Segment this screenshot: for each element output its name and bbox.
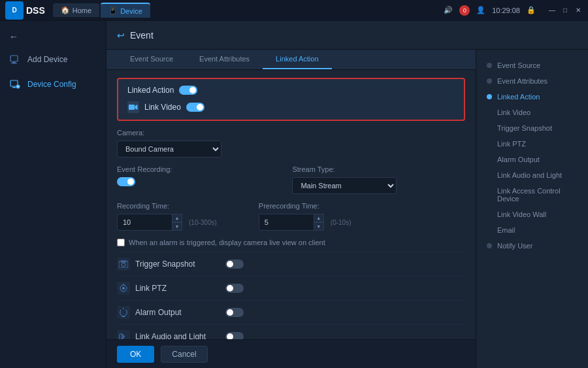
ok-button[interactable]: OK	[117, 346, 154, 363]
maximize-button[interactable]: □	[561, 6, 570, 15]
right-nav-alarm-output-label: Alarm Output	[497, 156, 540, 163]
svg-point-12	[122, 287, 125, 290]
stream-type-select[interactable]: Main Stream	[292, 177, 397, 194]
tab-event-source[interactable]: Event Source	[117, 50, 186, 69]
action-item-link-audio-light: Link Audio and Light	[117, 324, 465, 339]
alarm-output-toggle[interactable]	[225, 308, 244, 317]
close-button[interactable]: ✕	[574, 6, 583, 15]
sidebar: ← Add Device Device Config	[0, 21, 106, 368]
action-item-alarm-output: Alarm Output	[117, 300, 465, 324]
dss-logo-icon: D	[5, 1, 24, 20]
right-nav-trigger-snapshot[interactable]: Trigger Snapshot	[476, 120, 588, 136]
right-nav-link-access-control[interactable]: Link Access Control Device	[476, 183, 588, 207]
form-section-camera: Camera: Bound Camera	[117, 121, 465, 165]
dss-logo: D DSS	[5, 1, 45, 20]
alarm-checkbox[interactable]	[117, 239, 125, 246]
prerecording-time-up[interactable]: ▲	[314, 214, 324, 222]
right-nav-event-attributes[interactable]: Event Attributes	[476, 73, 588, 89]
alarm-checkbox-label: When an alarm is triggered, display came…	[129, 239, 325, 246]
tab-home-label: Home	[73, 7, 91, 14]
linked-action-header: Linked Action	[127, 86, 455, 95]
video-camera-icon	[127, 101, 139, 113]
camera-select[interactable]: Bound Camera	[117, 141, 221, 158]
tab-home[interactable]: 🏠 Home	[53, 3, 99, 17]
right-nav-notify-user[interactable]: Notify User	[476, 238, 588, 254]
right-nav-link-ptz[interactable]: Link PTZ	[476, 136, 588, 152]
right-nav-alarm-output[interactable]: Alarm Output	[476, 152, 588, 167]
camera-label: Camera:	[117, 129, 465, 137]
event-recording-toggle-row	[117, 177, 172, 186]
right-nav-link-video[interactable]: Link Video	[476, 105, 588, 120]
alarm-output-label: Alarm Output	[135, 308, 220, 317]
link-audio-light-label: Link Audio and Light	[135, 332, 220, 339]
form-area: Linked Action	[106, 70, 476, 339]
bottom-bar: OK Cancel	[106, 339, 476, 368]
tab-linked-action[interactable]: Linked Action	[263, 50, 331, 69]
link-audio-light-toggle[interactable]	[225, 332, 244, 339]
recording-time-label: Recording Time:	[117, 202, 217, 210]
add-device-icon	[9, 54, 21, 65]
linked-action-label: Linked Action	[127, 86, 174, 95]
prerecording-time-down[interactable]: ▼	[314, 222, 324, 231]
nav-dot-event-source	[487, 63, 492, 68]
right-nav-linked-action[interactable]: Linked Action	[476, 89, 588, 105]
event-recording-label: Event Recording:	[117, 165, 172, 173]
back-icon: ←	[9, 31, 18, 42]
prerecording-time-group: Prerecording Time: ▲ ▼	[259, 202, 351, 231]
trigger-snapshot-icon	[117, 258, 130, 271]
nav-dot-linked-action	[487, 94, 492, 99]
event-recording-toggle[interactable]	[117, 177, 135, 186]
linked-action-card: Linked Action	[117, 78, 465, 121]
prerecording-time-input-wrapper: ▲ ▼	[259, 214, 324, 231]
title-bar-left: D DSS 🏠 Home 📱 Device	[5, 1, 150, 20]
link-video-toggle[interactable]	[186, 103, 204, 112]
right-nav-link-ptz-label: Link PTZ	[497, 140, 526, 148]
linked-action-toggle[interactable]	[179, 86, 197, 95]
sidebar-item-add-device[interactable]: Add Device	[0, 47, 106, 72]
speaker-icon: 🔊	[444, 6, 453, 14]
right-nav-link-audio-light[interactable]: Link Audio and Light	[476, 167, 588, 183]
right-nav-email[interactable]: Email	[476, 222, 588, 238]
nav-dot-notify-user	[487, 243, 492, 248]
title-bar: D DSS 🏠 Home 📱 Device 🔊 0 👤 10:29:08 🔒 —…	[0, 0, 588, 21]
link-ptz-toggle[interactable]	[225, 284, 244, 293]
alarm-output-icon	[117, 306, 130, 319]
link-ptz-icon	[117, 282, 130, 295]
lock-icon: 🔒	[527, 6, 536, 14]
scroll-area: Linked Action	[106, 70, 476, 339]
right-nav: Event Source Event Attributes Linked Act…	[476, 50, 588, 368]
action-items-list: Trigger Snapshot	[117, 252, 465, 339]
right-nav-event-source[interactable]: Event Source	[476, 58, 588, 73]
recording-time-down[interactable]: ▼	[172, 222, 182, 231]
right-nav-link-video-wall[interactable]: Link Video Wall	[476, 207, 588, 222]
tab-event-attributes[interactable]: Event Attributes	[186, 50, 263, 69]
home-icon: 🏠	[61, 6, 70, 14]
sidebar-item-device-config[interactable]: Device Config	[0, 72, 106, 97]
trigger-snapshot-toggle[interactable]	[225, 259, 244, 269]
minimize-button[interactable]: —	[547, 6, 557, 15]
sidebar-item-device-config-label: Device Config	[27, 80, 76, 89]
svg-rect-2	[11, 63, 17, 64]
content-nav: Event Source Event Attributes Linked Act…	[106, 50, 476, 70]
right-nav-link-video-label: Link Video	[497, 109, 531, 116]
back-button[interactable]: ←	[0, 26, 106, 47]
cancel-button[interactable]: Cancel	[161, 346, 207, 363]
right-nav-email-label: Email	[497, 226, 515, 234]
user-icon: 👤	[476, 6, 485, 14]
stream-type-group: Stream Type: Main Stream	[292, 165, 397, 194]
recording-time-input-wrapper: ▲ ▼	[117, 214, 182, 231]
svg-rect-1	[12, 62, 16, 63]
sidebar-item-add-device-label: Add Device	[27, 55, 67, 64]
right-nav-trigger-snapshot-label: Trigger Snapshot	[497, 124, 552, 132]
svg-point-9	[122, 263, 125, 267]
recording-time-up[interactable]: ▲	[172, 214, 182, 222]
tab-device[interactable]: 📱 Device	[101, 3, 150, 18]
svg-marker-7	[135, 105, 138, 110]
trigger-snapshot-label: Trigger Snapshot	[135, 259, 220, 269]
link-video-row: Link Video	[127, 101, 455, 113]
svg-rect-15	[120, 334, 122, 339]
page-back-icon[interactable]: ↩	[117, 30, 125, 41]
main-layout: ← Add Device Device Config	[0, 21, 588, 368]
alarm-checkbox-row: When an alarm is triggered, display came…	[117, 239, 465, 246]
notif-badge: 0	[459, 5, 470, 16]
